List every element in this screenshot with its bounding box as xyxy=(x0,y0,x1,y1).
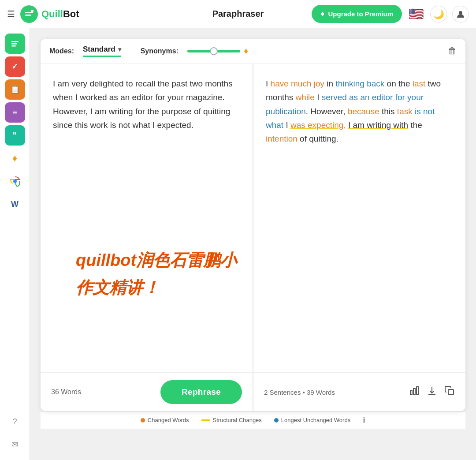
changed-words-dot xyxy=(141,418,145,423)
changed-word-last: last xyxy=(413,79,426,88)
changed-word-while: while xyxy=(296,93,315,102)
svg-rect-1 xyxy=(25,15,31,16)
topnav: ☰ QuillBot Paraphraser ♦ Upgrade to Prem… xyxy=(0,0,476,28)
sidebar-item-grammar[interactable]: ✓ xyxy=(5,56,25,77)
chevron-down-icon: ▾ xyxy=(118,46,121,53)
sidebar-item-premium[interactable]: ♦ xyxy=(5,148,25,168)
sidebar-item-chrome[interactable] xyxy=(5,171,25,191)
rephrase-button[interactable]: Rephrase xyxy=(160,380,242,404)
structural-changes-line xyxy=(201,419,210,421)
sidebar-item-summarizer[interactable]: 📋 xyxy=(5,79,25,100)
output-stats: 2 Sentences • 39 Words xyxy=(264,389,335,396)
topnav-left: ☰ QuillBot xyxy=(7,5,79,23)
structural-word-was-expecting: was expecting, xyxy=(290,120,346,130)
dark-mode-button[interactable]: 🌙 xyxy=(430,6,447,22)
sidebar: ✓ 📋 ≡ " ♦ W ? ✉ xyxy=(0,28,30,460)
diamond-icon: ♦ xyxy=(320,9,324,19)
synonyms-slider-wrap: ♦ xyxy=(187,46,439,56)
legend-longest-unchanged: Longest Unchanged Words xyxy=(274,417,350,423)
sidebar-item-quotation[interactable]: " xyxy=(5,125,25,146)
changed-word-task: task xyxy=(397,107,413,116)
hamburger-icon[interactable]: ☰ xyxy=(7,9,15,19)
sidebar-bottom: ? ✉ xyxy=(5,411,25,455)
analytics-button[interactable] xyxy=(409,385,420,399)
legend-bar: Changed Words Structural Changes Longest… xyxy=(41,411,465,429)
user-account-button[interactable] xyxy=(452,6,469,22)
legend-info-icon[interactable]: ℹ xyxy=(363,416,365,424)
mode-selected-label: Standard xyxy=(83,45,115,54)
svg-point-2 xyxy=(31,10,33,12)
svg-rect-9 xyxy=(413,389,415,394)
svg-rect-8 xyxy=(410,391,412,394)
output-text: I have much joy in thinking back on the … xyxy=(266,77,453,146)
watermark-text: quillbot润色石雷鹏小作文精讲！ xyxy=(76,247,253,302)
longest-unchanged-label: Longest Unchanged Words xyxy=(281,417,350,423)
synonyms-slider-thumb[interactable] xyxy=(210,47,218,55)
svg-rect-10 xyxy=(416,387,418,394)
sidebar-item-aiwriter[interactable]: ≡ xyxy=(5,102,25,123)
topnav-right: ♦ Upgrade to Premium 🇺🇸 🌙 xyxy=(312,5,469,23)
sidebar-item-help[interactable]: ? xyxy=(5,411,25,432)
card-footer: 36 Words Rephrase 2 Sentences • 39 Words xyxy=(41,372,465,411)
synonyms-label: Synonyms: xyxy=(141,47,178,55)
sidebar-item-mail[interactable]: ✉ xyxy=(5,434,25,455)
input-pane[interactable]: I am very delighted to recall the past t… xyxy=(41,64,253,372)
modes-label: Modes: xyxy=(49,47,74,55)
svg-rect-4 xyxy=(11,41,19,42)
svg-point-7 xyxy=(13,180,17,183)
input-word-count: 36 Words xyxy=(51,388,81,396)
changed-word-have: have much joy xyxy=(271,79,325,88)
output-footer: 2 Sentences • 39 Words xyxy=(253,373,465,411)
legend-structural-changes: Structural Changes xyxy=(201,417,262,423)
svg-rect-6 xyxy=(11,45,16,47)
svg-point-3 xyxy=(459,11,462,15)
paraphraser-card: Modes: Standard ▾ Synonyms: ♦ 🗑 ⚙ 💬 xyxy=(41,39,465,411)
delete-button[interactable]: 🗑 xyxy=(448,46,457,56)
upgrade-premium-button[interactable]: ♦ Upgrade to Premium xyxy=(312,5,402,23)
output-action-buttons xyxy=(409,385,455,399)
unchanged-word-thinking: thinking back xyxy=(335,79,384,88)
logo-wrap: QuillBot xyxy=(20,5,79,23)
download-button[interactable] xyxy=(427,385,437,399)
pane-container: I am very delighted to recall the past t… xyxy=(41,64,465,372)
logo-icon xyxy=(20,5,38,23)
changed-word-because: because xyxy=(348,107,379,116)
output-pane: I have much joy in thinking back on the … xyxy=(253,64,465,372)
card-header: Modes: Standard ▾ Synonyms: ♦ 🗑 ⚙ 💬 xyxy=(41,39,465,64)
changed-words-label: Changed Words xyxy=(148,417,189,423)
mode-dropdown[interactable]: Standard ▾ xyxy=(83,45,121,57)
svg-rect-5 xyxy=(11,43,17,45)
logo-text: QuillBot xyxy=(41,8,79,20)
copy-button[interactable] xyxy=(444,385,455,399)
sidebar-item-word[interactable]: W xyxy=(5,194,25,214)
premium-diamond-icon: ♦ xyxy=(244,46,248,56)
legend-changed-words: Changed Words xyxy=(141,417,189,423)
input-text: I am very delighted to recall the past t… xyxy=(53,77,240,132)
svg-rect-11 xyxy=(448,389,454,395)
language-flag-button[interactable]: 🇺🇸 xyxy=(407,5,425,23)
structural-word-iam-writing: I am writing with xyxy=(348,120,408,130)
changed-word-intention: intention xyxy=(266,134,298,143)
longest-unchanged-dot xyxy=(274,418,279,423)
sidebar-item-paraphraser[interactable] xyxy=(5,34,25,54)
synonyms-slider-track[interactable] xyxy=(187,50,240,52)
main-content: Modes: Standard ▾ Synonyms: ♦ 🗑 ⚙ 💬 xyxy=(30,28,476,460)
header-icons: 🗑 xyxy=(448,46,457,56)
page-title: Paraphraser xyxy=(212,9,264,19)
structural-changes-label: Structural Changes xyxy=(213,417,262,423)
input-footer: 36 Words Rephrase xyxy=(41,373,253,411)
